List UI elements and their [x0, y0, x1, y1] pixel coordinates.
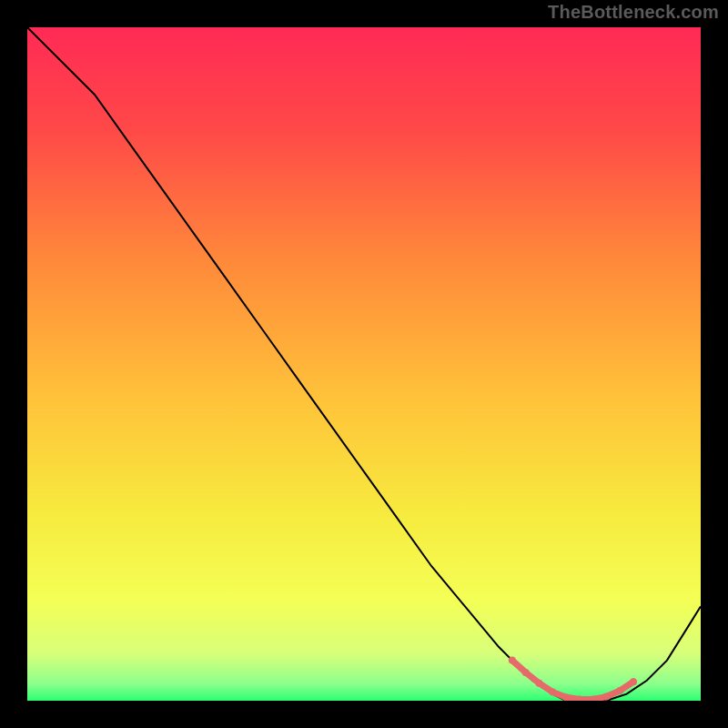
watermark-text: TheBottleneck.com — [548, 2, 719, 23]
chart-background — [27, 27, 701, 701]
highlight-dot — [616, 687, 623, 694]
highlight-dot — [630, 678, 637, 685]
highlight-dot — [522, 669, 530, 676]
chart-svg — [27, 27, 701, 701]
highlight-dot — [549, 688, 556, 695]
highlight-dot — [602, 693, 610, 701]
highlight-dot — [535, 680, 542, 687]
plot-area — [27, 27, 701, 701]
highlight-dot — [562, 693, 570, 701]
chart-frame: TheBottleneck.com — [0, 0, 728, 728]
highlight-dot — [509, 657, 516, 664]
